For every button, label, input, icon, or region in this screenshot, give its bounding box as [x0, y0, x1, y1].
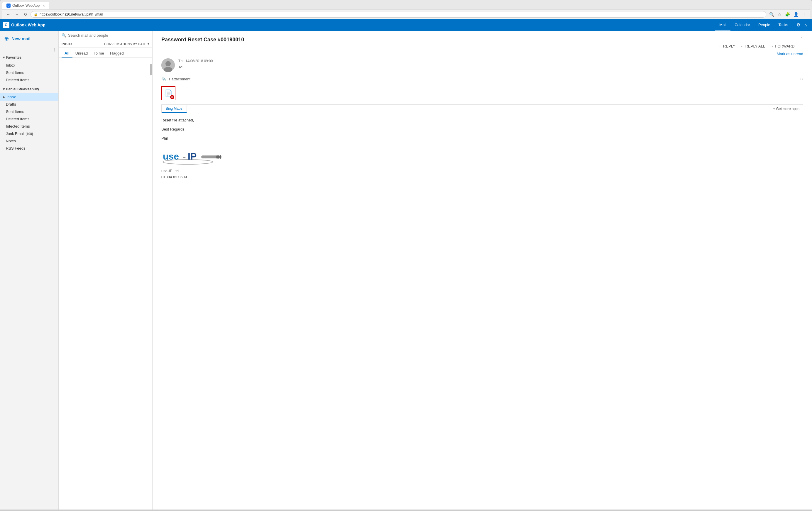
help-icon[interactable]: ? [803, 21, 809, 29]
top-nav: O Outlook Web App Mail Calendar People T… [0, 19, 812, 31]
collapse-sidebar-button[interactable]: 《 [0, 46, 58, 54]
to-label: To: [178, 65, 183, 69]
more-actions-button[interactable]: ··· [800, 44, 803, 49]
attachment-bar: 📎 1 attachment ‹ › [161, 75, 803, 83]
forward-label: FORWARD [775, 44, 794, 48]
svg-rect-10 [218, 155, 220, 159]
attachment-nav[interactable]: ‹ › [800, 77, 803, 81]
sidebar-item-sent-fav[interactable]: Sent Items [0, 69, 58, 76]
user-section-label[interactable]: ▾ Daniel Stewkesbury [0, 85, 58, 92]
nav-tasks[interactable]: Tasks [774, 20, 792, 30]
filter-all[interactable]: All [62, 50, 72, 57]
svg-rect-11 [220, 155, 221, 159]
email-subject: Password Reset Case #00190010 [161, 37, 244, 43]
settings-icon[interactable]: ⚙ [795, 21, 802, 29]
attachment-item[interactable]: 📄 ✕ [161, 86, 175, 100]
svg-rect-9 [216, 155, 218, 159]
email-details: Thu 14/06/2018 09:00 To: [178, 58, 803, 69]
sidebar-item-notes[interactable]: Notes [0, 137, 58, 145]
reply-icon: ← [718, 44, 722, 48]
forward-icon: → [770, 44, 774, 48]
body-line-3: Phil [161, 136, 803, 142]
filter-flagged[interactable]: Flagged [107, 50, 127, 57]
menu-icon[interactable]: ⋮ [801, 11, 807, 17]
browser-tabs: O Outlook Web App ✕ [2, 2, 810, 9]
apps-bar: Bing Maps + Get more apps [161, 105, 803, 113]
app-name: Outlook Web App [11, 23, 46, 27]
new-mail-button[interactable]: ⊕ New mail [0, 31, 58, 46]
browser-actions: 🔍 ☆ 🧩 👤 ⋮ [768, 11, 807, 17]
back-button[interactable]: ← [5, 11, 12, 17]
filter-unread[interactable]: Unread [72, 50, 91, 57]
tab-close-button[interactable]: ✕ [42, 4, 45, 8]
top-nav-links: Mail Calendar People Tasks [715, 20, 792, 30]
body-line-2: Best Regards, [161, 126, 803, 133]
attachment-next-icon[interactable]: › [802, 77, 803, 81]
avatar-svg [161, 58, 175, 72]
bing-maps-tab[interactable]: Bing Maps [162, 105, 187, 113]
reply-all-icon: ← [740, 44, 744, 48]
sidebar-item-inbox[interactable]: ▶ Inbox [0, 93, 58, 101]
nav-calendar[interactable]: Calendar [730, 20, 754, 30]
reading-actions: ← REPLY ← REPLY ALL → FORWARD ··· [718, 44, 803, 49]
app-wrapper: O Outlook Web App Mail Calendar People T… [0, 19, 812, 510]
sort-arrow-icon: ▾ [148, 42, 149, 46]
mail-list-toolbar: INBOX CONVERSATIONS BY DATE ▾ [59, 40, 152, 48]
reply-all-button[interactable]: ← REPLY ALL [740, 44, 765, 48]
sidebar-item-rss[interactable]: RSS Feeds [0, 145, 58, 152]
reading-pane: Password Reset Case #00190010 ⌃ ← REPLY … [152, 31, 812, 510]
tab-favicon: O [6, 3, 10, 8]
sidebar: ⊕ New mail 《 ▾ Favorites Inbox Sent Item… [0, 31, 59, 510]
bookmark-icon[interactable]: ☆ [777, 11, 783, 17]
svg-point-1 [166, 61, 171, 66]
new-mail-icon: ⊕ [4, 35, 9, 42]
sort-label: CONVERSATIONS BY DATE [104, 42, 146, 46]
sort-dropdown[interactable]: CONVERSATIONS BY DATE ▾ [104, 42, 149, 46]
company-logo-svg: use - IP [161, 147, 226, 165]
sidebar-item-drafts[interactable]: Drafts [0, 101, 58, 108]
email-to: To: [178, 65, 803, 69]
sidebar-item-junk[interactable]: Junk Email [198] [0, 130, 58, 137]
forward-button[interactable]: → FORWARD [770, 44, 794, 48]
filter-tome[interactable]: To me [91, 50, 107, 57]
search-browser-icon[interactable]: 🔍 [768, 11, 775, 17]
forward-button[interactable]: → [13, 11, 21, 17]
attachment-error-badge: ✕ [170, 95, 174, 99]
nav-people[interactable]: People [754, 20, 774, 30]
extension-icon[interactable]: 🧩 [784, 11, 791, 17]
search-icon: 🔍 [62, 33, 66, 37]
reply-all-label: REPLY ALL [746, 44, 765, 48]
app-logo: O Outlook Web App [3, 22, 46, 28]
attachment-count: 1 attachment [168, 77, 191, 81]
address-bar[interactable]: 🔒 https://outlook.hs20.net/owa/#path=/ma… [30, 11, 766, 18]
scroll-indicator[interactable] [150, 64, 152, 76]
avatar [161, 58, 175, 72]
refresh-button[interactable]: ↻ [22, 11, 29, 17]
tab-label: Outlook Web App [12, 3, 39, 8]
profile-icon[interactable]: 👤 [792, 11, 800, 17]
email-meta: Thu 14/06/2018 09:00 To: [161, 58, 803, 72]
sig-company: use-IP Ltd [161, 168, 803, 174]
search-input[interactable] [68, 33, 149, 37]
reply-button[interactable]: ← REPLY [718, 44, 735, 48]
mark-unread-button[interactable]: Mark as unread [777, 52, 803, 56]
mail-search-bar[interactable]: 🔍 [59, 31, 152, 40]
sidebar-item-deleted[interactable]: Deleted Items [0, 115, 58, 123]
sidebar-item-sent[interactable]: Sent Items [0, 108, 58, 115]
reading-header: Password Reset Case #00190010 ⌃ ← REPLY … [161, 37, 803, 49]
attachment-prev-icon[interactable]: ‹ [800, 77, 801, 81]
collapse-reading-icon[interactable]: ⌃ [800, 37, 803, 41]
email-timestamp: Thu 14/06/2018 09:00 [178, 59, 803, 63]
active-tab[interactable]: O Outlook Web App ✕ [2, 2, 49, 9]
favorites-group[interactable]: ▾ Favorites [0, 54, 58, 60]
sidebar-item-inbox-fav[interactable]: Inbox [0, 62, 58, 69]
get-more-apps-button[interactable]: + Get more apps [770, 105, 803, 113]
user-section: ▶ Inbox Drafts Sent Items Deleted Items … [0, 92, 58, 153]
nav-mail[interactable]: Mail [715, 20, 730, 30]
url-text: https://outlook.hs20.net/owa/#path=/mail [39, 12, 763, 17]
junk-badge: [198] [26, 132, 33, 136]
logo-icon: O [3, 22, 9, 28]
sidebar-item-deleted-fav[interactable]: Deleted Items [0, 76, 58, 84]
main-area: ⊕ New mail 《 ▾ Favorites Inbox Sent Item… [0, 31, 812, 510]
sidebar-item-infected[interactable]: Infected Items [0, 123, 58, 130]
